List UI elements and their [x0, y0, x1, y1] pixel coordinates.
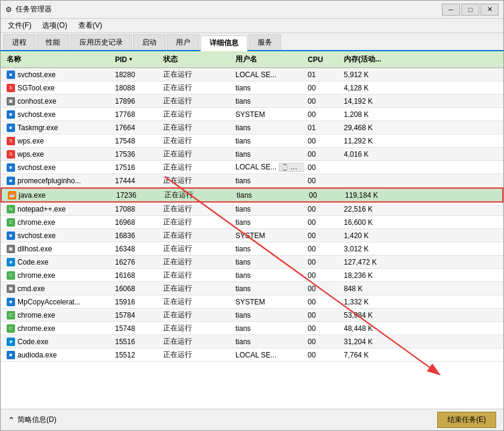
col-header-memory[interactable]: 内存(活动...	[340, 52, 400, 67]
cell-pid: 17768	[111, 109, 160, 120]
tab-users[interactable]: 用户	[167, 34, 199, 50]
col-header-name[interactable]: 名称	[3, 52, 111, 67]
cell-name: C chrome.exe	[3, 323, 111, 334]
table-row[interactable]: ■ MpCopyAccelerat... 15916 正在运行 SYSTEM 0…	[1, 295, 503, 309]
table-row[interactable]: N notepad++.exe 17088 正在运行 tians 00 22,5…	[1, 203, 503, 216]
table-row[interactable]: ▣ cmd.exe 16068 正在运行 tians 00 848 K	[1, 282, 503, 295]
table-row[interactable]: ▣ conhost.exe 17896 正在运行 tians 00 14,192…	[1, 95, 503, 108]
cell-status: 正在运行	[160, 348, 232, 361]
cell-user: LOCAL SE...	[232, 350, 304, 360]
cell-name: ■ svchost.exe	[3, 162, 111, 173]
cell-memory: 22,516 K	[340, 204, 400, 215]
process-icon: ◈	[7, 258, 15, 266]
cell-pid: 17536	[111, 149, 160, 160]
col-header-pid[interactable]: PID ▼	[111, 53, 160, 66]
tab-process[interactable]: 进程	[3, 34, 36, 50]
menu-options[interactable]: 选项(O)	[37, 19, 72, 32]
tab-app-history[interactable]: 应用历史记录	[70, 34, 132, 50]
tab-performance[interactable]: 性能	[37, 34, 69, 50]
table-row[interactable]: ■ Taskmgr.exe 17664 正在运行 tians 01 29,468…	[1, 121, 503, 134]
cell-cpu: 00	[304, 230, 340, 241]
content-area: 名称 PID ▼ 状态 用户名 CPU 内存(活动... ■ svchos	[1, 51, 503, 409]
process-icon: ■	[7, 351, 15, 359]
cell-status: 正在运行	[160, 242, 232, 255]
cell-status: 正在运行	[160, 161, 232, 174]
cell-pid: 16968	[111, 217, 160, 228]
table-row[interactable]: ■ svchost.exe 18280 正在运行 LOCAL SE... 01 …	[1, 68, 503, 81]
cell-status: 正在运行	[160, 95, 232, 107]
table-row[interactable]: ■ svchost.exe 17768 正在运行 SYSTEM 00 1,208…	[1, 108, 503, 121]
cell-memory: 848 K	[340, 283, 400, 294]
maximize-button[interactable]: □	[461, 4, 479, 16]
cell-name: ■ Taskmgr.exe	[3, 122, 111, 133]
cell-user: tians	[232, 83, 304, 93]
cell-cpu: 00	[304, 83, 340, 93]
process-name: svchost.exe	[17, 163, 55, 172]
cell-pid: 15784	[111, 310, 160, 321]
task-manager-window: ⚙ 任务管理器 ─ □ ✕ 文件(F) 选项(O) 查看(V) 进程 性能 应用…	[0, 0, 504, 431]
cell-pid: 17444	[111, 175, 160, 186]
cell-status: 正在运行	[160, 282, 232, 295]
process-icon: ◈	[7, 338, 15, 346]
table-row[interactable]: ◈ Code.exe 16276 正在运行 tians 00 127,472 K	[1, 256, 503, 269]
cell-cpu: 00	[304, 336, 340, 347]
cell-status: 正在运行	[160, 309, 232, 321]
table-row[interactable]: S wps.exe 17536 正在运行 tians 00 4,016 K	[1, 148, 503, 161]
process-name: java.exe	[19, 191, 46, 200]
table-row[interactable]: ■ svchost.exe 17516 正在运行 LOCAL SE...⌚ 中 …	[1, 161, 503, 174]
process-name: svchost.exe	[17, 71, 55, 79]
end-task-button[interactable]: 结束任务(E)	[437, 412, 496, 428]
brief-info-button[interactable]: ⌃ 简略信息(D)	[8, 415, 57, 425]
table-row[interactable]: C chrome.exe 15784 正在运行 tians 00 53,984 …	[1, 309, 503, 322]
cell-user: SYSTEM	[232, 297, 304, 307]
cell-pid: 17088	[111, 204, 160, 215]
cell-name: C chrome.exe	[3, 310, 111, 321]
title-bar-controls: ─ □ ✕	[442, 4, 499, 16]
cell-status: 正在运行	[160, 174, 232, 187]
cell-name: N notepad++.exe	[3, 204, 111, 215]
table-row[interactable]: S SGTool.exe 18088 正在运行 tians 00 4,128 K	[1, 81, 503, 95]
process-icon: C	[7, 218, 15, 227]
tab-bar: 进程 性能 应用历史记录 启动 用户 详细信息 服务	[1, 33, 503, 51]
cell-cpu: 00	[304, 136, 340, 146]
footer: ⌃ 简略信息(D) 结束任务(E)	[1, 409, 503, 430]
table-row[interactable]: C chrome.exe 15748 正在运行 tians 00 48,448 …	[1, 322, 503, 335]
cell-cpu: 00	[304, 204, 340, 215]
process-name: Taskmgr.exe	[17, 124, 58, 132]
close-button[interactable]: ✕	[481, 4, 499, 16]
cell-pid: 18088	[111, 83, 160, 93]
process-icon: S	[7, 84, 15, 92]
col-header-status[interactable]: 状态	[160, 52, 232, 67]
table-row[interactable]: ◈ Code.exe 15516 正在运行 tians 00 31,204 K	[1, 335, 503, 348]
menu-view[interactable]: 查看(V)	[73, 19, 107, 32]
cell-cpu: 01	[304, 122, 340, 133]
table-row[interactable]: ■ svchost.exe 16836 正在运行 SYSTEM 00 1,420…	[1, 229, 503, 242]
table-row[interactable]: C chrome.exe 16968 正在运行 tians 00 16,600 …	[1, 216, 503, 229]
cell-memory: 14,192 K	[340, 96, 400, 107]
cell-name: ■ svchost.exe	[3, 69, 111, 80]
col-header-cpu[interactable]: CPU	[304, 53, 340, 66]
tab-services[interactable]: 服务	[249, 34, 281, 50]
cell-name: ■ svchost.exe	[3, 230, 111, 241]
process-name: svchost.exe	[17, 110, 55, 119]
process-icon: C	[7, 311, 15, 319]
cell-pid: 15516	[111, 336, 160, 347]
table-row[interactable]: S wps.exe 17548 正在运行 tians 00 11,292 K	[1, 134, 503, 148]
cell-cpu: 00	[304, 109, 340, 120]
menu-file[interactable]: 文件(F)	[3, 19, 36, 32]
cell-user: LOCAL SE...	[232, 69, 304, 80]
cell-pid: 16068	[111, 283, 160, 294]
tab-details[interactable]: 详细信息	[201, 36, 247, 51]
cell-memory	[340, 166, 400, 169]
col-header-user[interactable]: 用户名	[232, 52, 304, 67]
minimize-button[interactable]: ─	[442, 4, 460, 16]
table-row[interactable]: C chrome.exe 16168 正在运行 tians 00 18,236 …	[1, 269, 503, 282]
table-row[interactable]: ■ audioda.exe 15512 正在运行 LOCAL SE... 00 …	[1, 348, 503, 362]
cell-name: ■ svchost.exe	[3, 109, 111, 120]
table-row[interactable]: ▣ dllhost.exe 16348 正在运行 tians 00 3,012 …	[1, 242, 503, 256]
table-row[interactable]: ■ promecefpluginho... 17444 正在运行 tians 0…	[1, 174, 503, 187]
tab-startup[interactable]: 启动	[133, 34, 166, 50]
process-icon: ■	[7, 110, 15, 119]
table-row[interactable]: ☕ java.exe 17236 正在运行 tians 00 119,184 K	[1, 187, 503, 203]
window-title: 任务管理器	[16, 4, 52, 14]
